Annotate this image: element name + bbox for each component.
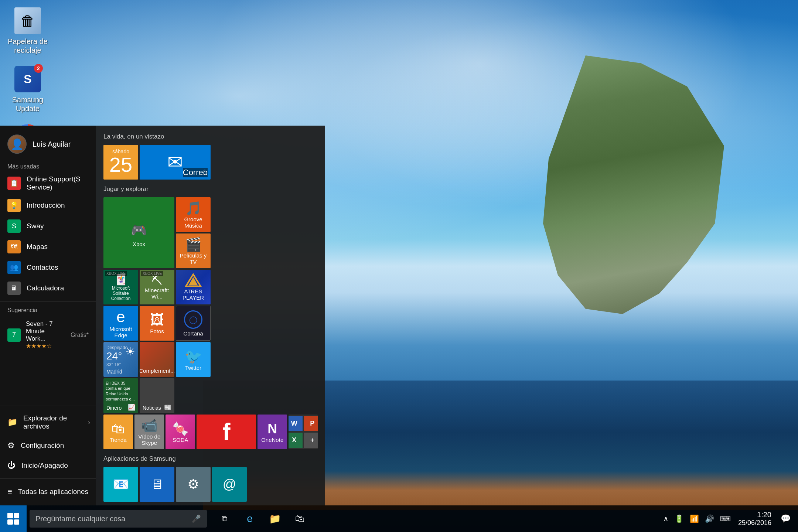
online-support-label: Online Support(S Service) xyxy=(27,175,89,191)
settings-button[interactable]: ⚙ Configuración xyxy=(0,436,96,456)
suggestion-price: Gratis* xyxy=(71,332,89,338)
skype-icon: 📹 xyxy=(141,418,158,433)
taskbar-explorer-button[interactable]: 📁 xyxy=(263,505,287,532)
power-button[interactable]: ⏻ Inicio/Apagado xyxy=(0,456,96,475)
samsung-app-1-icon: 📧 xyxy=(113,477,129,492)
taskbar-edge-button[interactable]: e xyxy=(238,505,262,532)
weather-tile[interactable]: Despejado 24° 33° 18° ☀ Madrid xyxy=(103,342,138,377)
movies-tile[interactable]: 🎬 Películas y TV xyxy=(176,233,211,268)
suggestion-item[interactable]: 7 Seven - 7 Minute Work... ★★★★☆ Gratis* xyxy=(7,317,89,352)
fotos-tile[interactable]: 🖼 Fotos xyxy=(140,306,174,341)
solitaire-tile[interactable]: XBOX LIVE 🃏 Microsoft Solitaire Collecti… xyxy=(103,270,138,304)
calculadora-icon: 🖩 xyxy=(7,282,21,295)
task-view-button[interactable]: ⧉ xyxy=(213,505,236,532)
calendar-number: 25 xyxy=(109,154,132,175)
vida-row-4: Despejado 24° 33° 18° ☀ Madrid Complemen… xyxy=(103,342,318,377)
samsung-app-3[interactable]: ⚙ xyxy=(176,467,211,502)
app-mapas[interactable]: 🗺 Mapas xyxy=(0,236,96,257)
dinero-label: Dinero xyxy=(106,405,122,411)
groove-tile[interactable]: 🎵 Groove Música xyxy=(176,197,211,232)
twitter-icon: 🐦 xyxy=(185,348,202,365)
cortana-circle: ◯ xyxy=(184,310,202,329)
recycle-bin-icon[interactable]: 🗑 Papelera de reciclaje xyxy=(7,7,48,55)
app-contactos[interactable]: 👥 Contactos xyxy=(0,257,96,278)
complement-label: Complement... xyxy=(140,368,174,374)
clock-time: 1:20 xyxy=(738,511,771,519)
app-sway[interactable]: S Sway xyxy=(0,216,96,236)
noticias-icon: 📰 xyxy=(164,404,171,411)
app-calculadora[interactable]: 🖩 Calculadora xyxy=(0,278,96,299)
fotos-icon: 🖼 xyxy=(150,312,164,328)
keyboard-icon[interactable]: ⌨ xyxy=(720,514,731,523)
all-apps-button[interactable]: ≡ Todas las aplicaciones xyxy=(0,482,96,502)
sway-icon: S xyxy=(7,219,21,233)
tienda-icon: 🛍 xyxy=(112,421,125,437)
cortana-tile[interactable]: ◯ Cortana xyxy=(176,306,211,341)
edge-icon: e xyxy=(116,308,125,326)
mail-label: Correo xyxy=(183,168,208,177)
section2-label: Jugar y explorar xyxy=(103,185,318,193)
search-bar[interactable]: 🎤 xyxy=(30,510,207,528)
task-view-icon: ⧉ xyxy=(222,514,228,524)
candy-tile[interactable]: 🍬 SODA xyxy=(166,415,195,449)
skype-label: Vídeo de Skype xyxy=(137,433,161,446)
candy-icon: 🍬 xyxy=(172,421,189,437)
mapas-icon: 🗺 xyxy=(7,240,21,253)
file-explorer-button[interactable]: 📁 Explorador de archivos xyxy=(0,409,96,436)
suggestion-label: Sugerencia xyxy=(0,305,96,315)
windows-logo xyxy=(7,513,19,525)
chevron-up-icon[interactable]: ∧ xyxy=(663,514,669,523)
xbox-tile[interactable]: 🎮 Xbox xyxy=(103,197,174,268)
clock[interactable]: 1:20 25/06/2016 xyxy=(734,511,776,527)
user-section[interactable]: 👤 Luis Aguilar xyxy=(0,126,96,161)
solitaire-xbox-live: XBOX LIVE xyxy=(105,271,127,276)
app-online-support[interactable]: 📋 Online Support(S Service) xyxy=(0,171,96,195)
taskbar-store-button[interactable]: 🛍 xyxy=(288,505,312,532)
edge-tile[interactable]: e Microsoft Edge xyxy=(103,306,138,341)
dinero-tile[interactable]: El IBEX 35 confía en que Reino Unido per… xyxy=(103,378,138,413)
windows-logo-q1 xyxy=(7,513,13,518)
samsung-app-2[interactable]: 🖥 xyxy=(140,467,174,502)
battery-icon[interactable]: 🔋 xyxy=(675,514,684,523)
app-introduccion[interactable]: 💡 Introducción xyxy=(0,195,96,216)
flipboard-tile[interactable]: f xyxy=(197,415,256,449)
twitter-label: Twitter xyxy=(185,365,201,371)
windows-logo-q2 xyxy=(14,513,20,518)
skype-tile[interactable]: 📹 Vídeo de Skype xyxy=(134,415,164,449)
weather-icon: ☀ xyxy=(125,345,135,358)
samsung-app-4[interactable]: @ xyxy=(212,467,247,502)
action-center-button[interactable]: 💬 xyxy=(776,509,795,528)
tienda-tile[interactable]: 🛍 Tienda xyxy=(103,415,133,449)
microphone-icon[interactable]: 🎤 xyxy=(192,514,201,523)
onenote-tile[interactable]: N OneNote xyxy=(258,415,287,449)
atres-label: ATRES PLAYER xyxy=(179,288,208,301)
twitter-tile[interactable]: 🐦 Twitter xyxy=(176,342,211,377)
volume-icon[interactable]: 🔊 xyxy=(705,514,714,523)
mail-tile[interactable]: ✉ Correo 1 xyxy=(140,145,211,180)
movies-label: Películas y TV xyxy=(179,252,208,265)
minecraft-tile[interactable]: XBOX LIVE ⛏ Minecraft: Wi... xyxy=(140,270,174,304)
section3-label: Aplicaciones de Samsung xyxy=(103,455,318,463)
samsung-app-1[interactable]: 📧 xyxy=(103,467,138,502)
suggestion-info: Seven - 7 Minute Work... ★★★★☆ xyxy=(26,320,65,349)
start-bottom-items: 📁 Explorador de archivos ⚙ Configuración… xyxy=(0,403,96,502)
recycle-bin-image: 🗑 xyxy=(14,7,41,34)
noticias-tile[interactable]: Noticias 📰 xyxy=(140,378,174,413)
wifi-icon[interactable]: 📶 xyxy=(690,514,699,523)
sway-label: Sway xyxy=(27,222,44,230)
samsung-tiles-row: 📧 🖥 ⚙ @ xyxy=(103,467,318,502)
desktop: 🗑 Papelera de reciclaje S 2 Samsung Upda… xyxy=(0,0,798,532)
complement-tile[interactable]: Complement... xyxy=(140,342,174,377)
office-tile[interactable]: W P X + xyxy=(289,415,318,449)
taskbar-right: ∧ 🔋 📶 🔊 ⌨ 1:20 25/06/2016 💬 xyxy=(660,509,798,528)
calendar-tile[interactable]: sábado 25 xyxy=(103,145,138,180)
excel-sub-tile: X xyxy=(289,433,302,448)
samsung-app-2-icon: 🖥 xyxy=(150,477,164,492)
contactos-label: Contactos xyxy=(27,263,58,272)
samsung-update-icon[interactable]: S 2 Samsung Update xyxy=(7,66,48,113)
user-name: Luis Aguilar xyxy=(33,140,71,149)
atres-tile[interactable]: ATRES PLAYER xyxy=(176,270,211,304)
start-button[interactable] xyxy=(0,505,27,532)
onenote-icon: N xyxy=(267,421,277,437)
search-input[interactable] xyxy=(35,515,189,523)
